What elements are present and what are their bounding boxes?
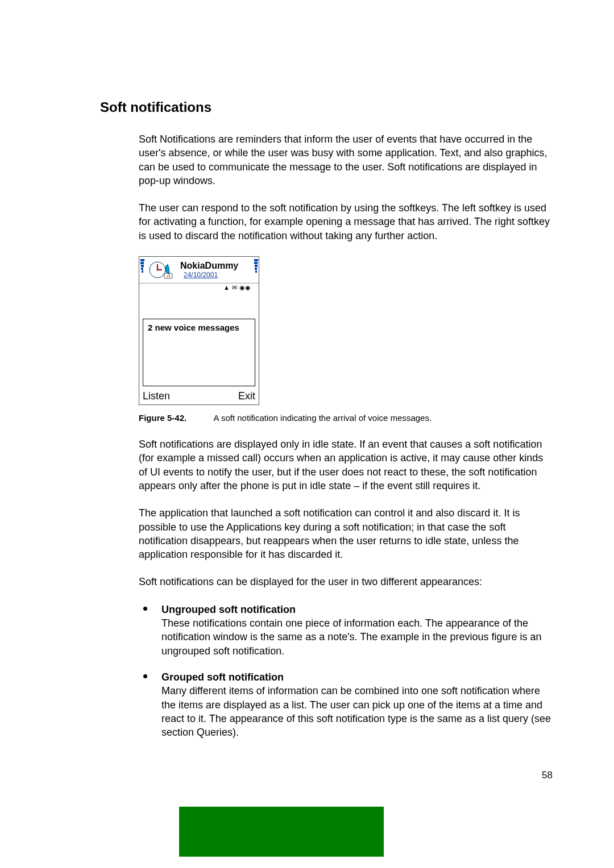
bullet-icon — [143, 607, 147, 611]
phone-softkey-row: Listen Exit — [139, 387, 259, 404]
list-item-title: Ungrouped soft notification — [161, 604, 296, 615]
paragraph: Soft Notifications are reminders that in… — [139, 132, 553, 187]
phone-content-area: 2 new voice messages — [139, 291, 259, 387]
list-item: Grouped soft notification Many different… — [139, 670, 553, 739]
phone-date: 24/10/2001 — [180, 270, 253, 278]
paragraph: Soft notifications are displayed only in… — [139, 437, 553, 493]
paragraph: The user can respond to the soft notific… — [139, 201, 553, 243]
figure-caption-text: A soft notification indicating the arriv… — [214, 413, 432, 423]
list-item: Ungrouped soft notification These notifi… — [139, 603, 553, 658]
figure-label: Figure 5-42. — [139, 413, 186, 423]
upload-icon: ▲ — [223, 284, 230, 291]
envelope-icon: ✉ — [232, 284, 237, 291]
list-item-title: Grouped soft notification — [161, 671, 284, 683]
page-number: 58 — [542, 770, 553, 781]
paragraph: The application that launched a soft not… — [139, 506, 553, 561]
signal-strength-icon — [139, 257, 145, 283]
bullet-icon — [143, 674, 147, 678]
clock-icon: 24 — [145, 257, 179, 283]
section-heading: Soft notifications — [100, 99, 553, 115]
list-item-body: These notifications contain one piece of… — [161, 617, 541, 657]
phone-screenshot: 24 NokiaDummy 24/10/2001 ▲ ✉ ◉◉ 2 new vo — [139, 256, 259, 405]
operator-name: NokiaDummy — [180, 261, 253, 270]
phone-status-bar: 24 NokiaDummy 24/10/2001 — [139, 257, 259, 283]
svg-text:24: 24 — [167, 274, 171, 278]
footer-green-bar — [179, 807, 384, 857]
battery-icon — [253, 257, 259, 283]
left-softkey[interactable]: Listen — [143, 390, 170, 402]
right-softkey[interactable]: Exit — [238, 390, 255, 402]
voicemail-icon: ◉◉ — [239, 284, 251, 291]
document-page: Soft notifications Soft Notifications ar… — [0, 0, 614, 868]
list-item-body: Many different items of information can … — [161, 685, 551, 738]
phone-indicator-row: ▲ ✉ ◉◉ — [139, 283, 259, 291]
body-column: Soft Notifications are reminders that in… — [139, 132, 553, 739]
phone-title-area: NokiaDummy 24/10/2001 — [179, 257, 253, 283]
soft-notification-popup: 2 new voice messages — [143, 319, 255, 386]
paragraph: Soft notifications can be displayed for … — [139, 575, 553, 589]
figure-caption: Figure 5-42. A soft notification indicat… — [139, 413, 553, 423]
